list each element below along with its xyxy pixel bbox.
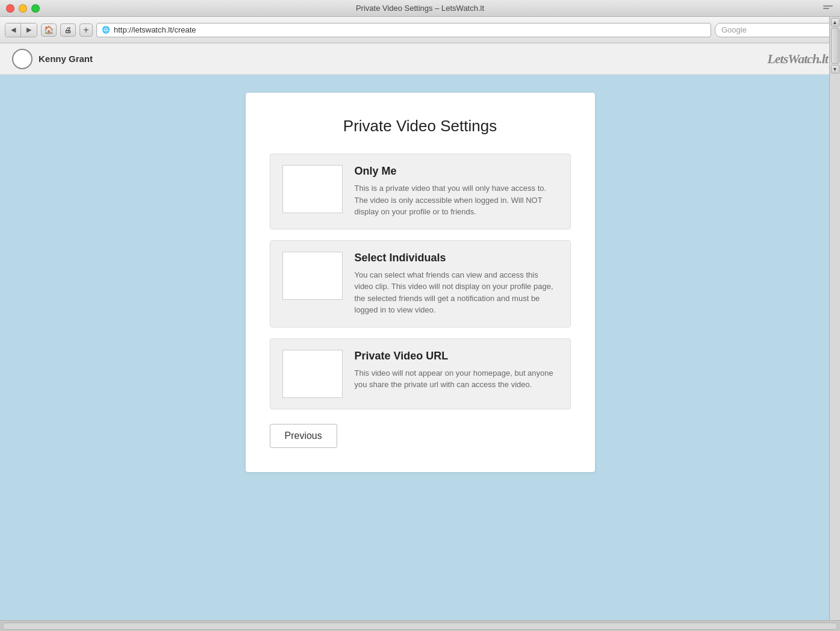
scroll-up-arrow[interactable]: ▲ xyxy=(831,18,839,26)
private-url-title: Private Video URL xyxy=(355,350,558,362)
page-title: Private Video Settings xyxy=(270,117,571,135)
back-button[interactable]: ◀ xyxy=(5,23,21,37)
only-me-option[interactable]: Only Me This is a private video that you… xyxy=(270,154,571,229)
right-scrollbar[interactable]: ▲ ▼ xyxy=(829,17,840,620)
window-controls[interactable] xyxy=(6,4,40,13)
main-content: Private Video Settings Only Me This is a… xyxy=(0,75,840,620)
forward-button[interactable]: ▶ xyxy=(21,23,37,37)
security-icon: 🌐 xyxy=(102,26,110,34)
previous-button[interactable]: Previous xyxy=(270,424,337,448)
title-bar-right xyxy=(823,5,833,11)
back-forward-group[interactable]: ◀ ▶ xyxy=(5,23,37,37)
maximize-button[interactable] xyxy=(31,4,40,13)
select-individuals-text: Select Individuals You can select what f… xyxy=(355,252,558,316)
only-me-thumbnail xyxy=(282,165,343,213)
nav-bar: ◀ ▶ 🏠 🖨 + 🌐 http://letswatch.lt/create G… xyxy=(0,17,840,43)
only-me-description: This is a private video that you will on… xyxy=(355,182,558,218)
select-individuals-thumbnail xyxy=(282,252,343,300)
scroll-thumb[interactable] xyxy=(831,28,839,64)
private-url-option[interactable]: Private Video URL This video will not ap… xyxy=(270,338,571,409)
user-name: Kenny Grant xyxy=(39,54,93,64)
title-bar: Private Video Settings – LetsWatch.lt xyxy=(0,0,840,17)
add-tab-button[interactable]: + xyxy=(79,23,93,37)
resize-icon xyxy=(823,5,833,11)
window-title: Private Video Settings – LetsWatch.lt xyxy=(356,4,484,13)
user-info: Kenny Grant xyxy=(12,49,93,69)
horizontal-scrollbar[interactable] xyxy=(2,623,838,630)
close-button[interactable] xyxy=(6,4,14,13)
search-bar[interactable]: Google xyxy=(715,23,835,37)
minimize-button[interactable] xyxy=(19,4,27,13)
home-button[interactable]: 🏠 xyxy=(41,23,57,37)
scroll-down-arrow[interactable]: ▼ xyxy=(831,65,839,73)
search-placeholder: Google xyxy=(721,25,747,34)
settings-card: Private Video Settings Only Me This is a… xyxy=(246,93,595,472)
header-bar: Kenny Grant LetsWatch.lt xyxy=(0,43,840,75)
select-individuals-description: You can select what friends can view and… xyxy=(355,269,558,316)
private-url-description: This video will not appear on your homep… xyxy=(355,367,558,391)
select-individuals-option[interactable]: Select Individuals You can select what f… xyxy=(270,240,571,328)
address-bar[interactable]: 🌐 http://letswatch.lt/create xyxy=(96,23,711,37)
only-me-text: Only Me This is a private video that you… xyxy=(355,165,558,218)
brand-logo: LetsWatch.lt xyxy=(767,51,828,67)
private-url-text: Private Video URL This video will not ap… xyxy=(355,350,558,391)
select-individuals-title: Select Individuals xyxy=(355,252,558,264)
url-display: http://letswatch.lt/create xyxy=(114,25,706,34)
private-url-thumbnail xyxy=(282,350,343,398)
avatar xyxy=(12,49,33,69)
print-button[interactable]: 🖨 xyxy=(60,23,76,37)
bottom-bar xyxy=(0,620,840,631)
only-me-title: Only Me xyxy=(355,165,558,178)
